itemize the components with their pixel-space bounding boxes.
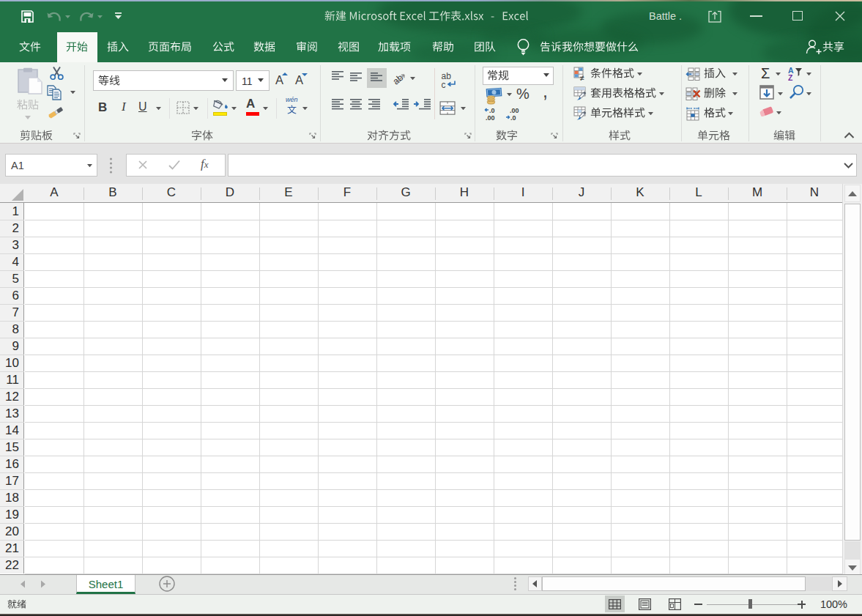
svg-text:Z: Z	[788, 73, 793, 81]
svg-text:≠: ≠	[580, 74, 584, 81]
svg-text:.0: .0	[489, 107, 495, 114]
svg-text:.0: .0	[510, 114, 516, 122]
svg-text:c: c	[442, 80, 446, 90]
svg-text:.00: .00	[510, 107, 519, 114]
svg-text:.00: .00	[486, 114, 495, 122]
